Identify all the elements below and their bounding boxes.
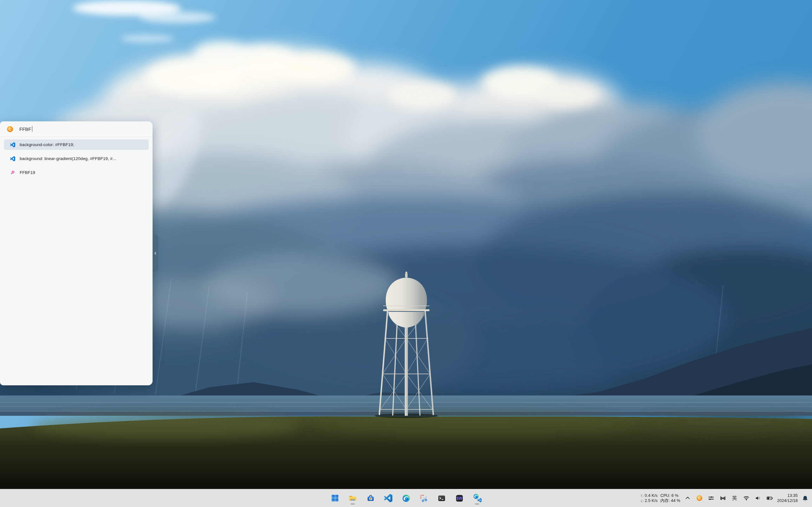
result-label: background: linear-gradient(120deg, #FFB… bbox=[20, 156, 116, 161]
hidden-icons-button[interactable] bbox=[683, 492, 692, 505]
dollar-w-app-icon: $W bbox=[455, 494, 464, 503]
start-button[interactable] bbox=[328, 491, 342, 505]
text-caret bbox=[32, 126, 33, 132]
clock-time: 13:35 bbox=[777, 493, 798, 498]
microsoft-store-icon bbox=[366, 494, 375, 503]
edge-pwa-vscode-icon bbox=[472, 493, 482, 503]
edge-pwa-vscode-button[interactable] bbox=[470, 491, 484, 505]
taskbar-pinned-apps: $W bbox=[328, 489, 484, 507]
vscode-icon bbox=[10, 142, 15, 147]
search-input[interactable]: FFBF bbox=[19, 126, 32, 132]
launcher-search-row[interactable]: C FFBF bbox=[0, 121, 153, 136]
terminal-button[interactable] bbox=[435, 491, 448, 505]
search-input-value: FFBF bbox=[19, 126, 32, 132]
chevron-left-icon: ‹ bbox=[154, 250, 156, 256]
file-explorer-icon bbox=[348, 494, 357, 503]
microsoft-store-button[interactable] bbox=[364, 491, 377, 505]
color-tool-icon bbox=[10, 170, 15, 175]
launcher-tray-button[interactable]: C bbox=[695, 492, 704, 505]
m-logo-icon bbox=[720, 495, 726, 501]
result-label: FFBF19 bbox=[20, 170, 35, 175]
wifi-icon bbox=[743, 495, 750, 501]
sliders-icon bbox=[708, 495, 714, 501]
terminal-icon bbox=[438, 494, 446, 503]
windows-start-icon bbox=[331, 494, 339, 502]
sliders-tray-button[interactable] bbox=[707, 492, 716, 505]
desktop-screen: C FFBF background-color: #FFBF19; backgr… bbox=[0, 0, 812, 507]
wifi-button[interactable] bbox=[742, 492, 751, 505]
result-row-1[interactable]: background-color: #FFBF19; bbox=[4, 139, 149, 150]
clock-date: 2024/12/18 bbox=[777, 498, 798, 503]
vscode-icon bbox=[10, 156, 15, 161]
svg-text:$W: $W bbox=[456, 496, 462, 501]
file-explorer-button[interactable] bbox=[346, 491, 359, 505]
running-indicator bbox=[475, 504, 479, 504]
snipping-tool-icon bbox=[420, 494, 428, 503]
speaker-icon bbox=[755, 495, 761, 501]
result-label: background-color: #FFBF19; bbox=[20, 142, 74, 147]
vscode-button[interactable] bbox=[382, 491, 395, 505]
snipping-tool-button[interactable] bbox=[417, 491, 430, 505]
vscode-icon bbox=[384, 494, 392, 502]
launcher-collapse-handle[interactable]: ‹ bbox=[153, 234, 158, 272]
cpu-memory-widget[interactable]: CPU: 6 % 内存: 44 % bbox=[660, 493, 680, 503]
ime-indicator[interactable]: 英 bbox=[730, 492, 739, 505]
result-row-2[interactable]: background: linear-gradient(120deg, #FFB… bbox=[4, 153, 149, 164]
result-row-3[interactable]: FFBF19 bbox=[4, 167, 149, 178]
notification-center-button[interactable] bbox=[801, 492, 809, 505]
edge-icon bbox=[402, 494, 410, 503]
ime-language-label: 英 bbox=[732, 495, 737, 502]
notification-bell-icon bbox=[802, 495, 809, 502]
net-up-speed: ↑: 0.4 K/s bbox=[641, 493, 658, 498]
network-speed-widget[interactable]: ↑: 0.4 K/s ↓: 2.5 K/s bbox=[641, 493, 658, 503]
clock-widget[interactable]: 13:35 2024/12/18 bbox=[777, 493, 798, 503]
m-app-tray-button[interactable] bbox=[718, 492, 727, 505]
net-down-speed: ↓: 2.5 K/s bbox=[641, 498, 658, 503]
result-list: background-color: #FFBF19; background: l… bbox=[0, 137, 153, 178]
clipboard-plugin-icon: C bbox=[7, 126, 13, 132]
battery-charging-icon bbox=[766, 495, 773, 501]
edge-button[interactable] bbox=[399, 491, 413, 505]
chevron-up-icon bbox=[685, 495, 691, 501]
running-indicator bbox=[351, 504, 355, 504]
launcher-panel: C FFBF background-color: #FFBF19; backgr… bbox=[0, 121, 153, 385]
dollar-w-app-button[interactable]: $W bbox=[453, 491, 466, 505]
battery-button[interactable] bbox=[765, 492, 774, 505]
svg-text:C: C bbox=[698, 496, 701, 500]
memory-usage: 内存: 44 % bbox=[660, 498, 680, 503]
volume-button[interactable] bbox=[754, 492, 763, 505]
clipboard-c-tray-icon: C bbox=[696, 495, 703, 501]
taskbar: $W bbox=[0, 489, 812, 507]
system-tray: ↑: 0.4 K/s ↓: 2.5 K/s CPU: 6 % 内存: 44 % bbox=[641, 489, 809, 507]
cpu-usage: CPU: 6 % bbox=[660, 493, 680, 498]
